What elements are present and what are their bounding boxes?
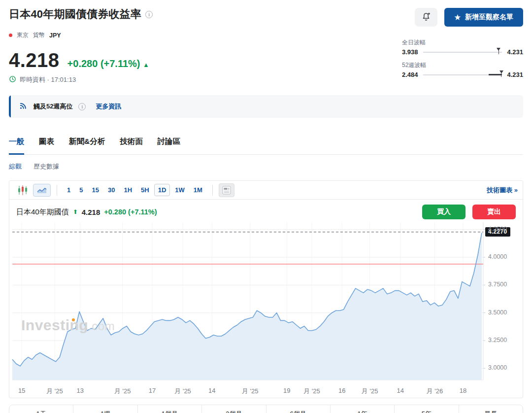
toolbar-separator [212,185,213,196]
x-axis-label: 14 [397,387,404,394]
perf-label: 5年 [395,410,458,413]
perf-label: 最長 [459,410,523,413]
sell-button[interactable]: 賣出 [472,205,516,219]
chart-up-arrow-icon: ⬆ [73,208,78,215]
info-icon[interactable]: i [78,103,86,110]
performance-table: 1天+7.11%1週+9.53%1個月+13.60%3個月+22.62%6個月+… [9,405,523,413]
y-axis-label: 3.5000 [488,309,507,316]
page-title: 日本40年期國債債券收益率 [9,7,141,22]
interval-15[interactable]: 15 [88,184,102,196]
instrument-page: 日本40年期國債債券收益率 i ★ 新增至觀察名單 東京 貨幣 JPY 4.21… [0,0,532,413]
x-axis-label: 19 [283,387,290,394]
clock-icon [9,75,16,84]
perf-period-1週[interactable]: 1週+9.53% [73,405,137,413]
day-range-marker [497,48,500,51]
subtab-綜觀[interactable]: 綜觀 [9,162,22,171]
x-axis-label: 月 '25 [303,387,320,396]
main-tabs: 一般圖表新聞&分析技術面討論區 [9,137,523,155]
perf-period-最長[interactable]: 最長+69.06% [459,405,523,413]
perf-period-6個月[interactable]: 6個月+25.57% [266,405,330,413]
perf-label: 1個月 [138,410,201,413]
chart-change: +0.280 (+7.11%) [104,208,157,216]
perf-label: 6個月 [266,410,330,413]
currency-caption: 貨幣 [33,31,45,39]
x-axis-label: 13 [76,387,83,394]
week52-range-track [423,74,502,75]
exchange-label: 東京 [17,31,29,39]
week52-range: 2.484 4.231 [402,71,523,78]
y-axis-label: 4.2500 [488,226,507,233]
day-range-label: 全日波幅 [402,38,523,47]
x-axis-label: 16 [338,387,345,394]
perf-label: 3個月 [202,410,266,413]
perf-period-3個月[interactable]: 3個月+22.62% [201,405,266,413]
currency-value: JPY [49,32,61,39]
tab-圖表[interactable]: 圖表 [39,137,54,154]
y-axis-label: 4.0000 [488,253,507,260]
interval-1M[interactable]: 1M [190,184,206,196]
interval-30[interactable]: 30 [104,184,119,196]
price-chart [9,222,523,385]
perf-label: 1年 [331,410,394,413]
x-axis-label: 月 '26 [427,387,443,396]
x-axis-label: 月 '25 [114,387,131,396]
create-alert-button[interactable] [415,8,437,27]
x-axis-label: 17 [149,387,156,394]
perf-period-1天[interactable]: 1天+7.11% [9,405,73,413]
tab-技術面[interactable]: 技術面 [120,137,143,154]
chart-price: 4.218 [82,208,100,216]
week52-range-marker [499,70,503,73]
more-info-link[interactable]: 更多資訊 [96,102,121,111]
tab-一般[interactable]: 一般 [9,137,24,155]
x-axis-label: 月 '25 [46,387,63,396]
week52-range-label: 52週波幅 [402,61,523,69]
candlestick-chart-icon[interactable] [14,183,31,197]
perf-period-5年[interactable]: 5年+516.67% [394,405,458,413]
day-range-track [423,52,502,53]
chart-canvas[interactable]: Investing.com 4.2270 4.25004.00003.75003… [9,222,523,385]
news-layout-icon[interactable] [219,183,234,197]
watermark-dot [72,318,75,321]
market-status-dot [9,34,12,37]
alert-banner: 觸及52週高位 i 更多資訊 [9,95,523,118]
subtab-歷史數據[interactable]: 歷史數據 [33,162,59,171]
toolbar-separator [57,185,57,196]
alert-banner-text: 觸及52週高位 [33,102,72,111]
add-to-watchlist-button[interactable]: ★ 新增至觀察名單 [444,8,523,27]
week52-range-high: 4.231 [507,71,523,78]
tab-討論區[interactable]: 討論區 [158,137,181,154]
x-axis-label: 月 '25 [174,387,191,396]
perf-period-1個月[interactable]: 1個月+13.60% [137,405,201,413]
y-axis-label: 3.7500 [488,281,507,288]
chart-instrument-name: 日本40年期國債 [16,207,69,217]
day-range: 3.938 4.231 [402,48,523,56]
buy-button[interactable]: 買入 [422,205,466,219]
up-arrow-icon: ▲ [143,61,149,69]
x-axis-label: 月 '25 [362,387,378,396]
interval-5[interactable]: 5 [75,184,87,196]
chart-header: 日本40年期國債 ⬆ 4.218 +0.280 (+7.11%) 買入 賣出 [9,200,523,222]
technical-chart-link[interactable]: 技術圖表 » [487,186,518,195]
chart-toolbar: 1515301H5H1D1W1M 技術圖表 » [9,181,523,200]
area-chart-icon[interactable] [33,184,51,197]
tab-新聞&分析[interactable]: 新聞&分析 [69,137,105,154]
x-axis-label: 18 [460,387,466,394]
star-icon: ★ [454,13,461,21]
realtime-status-text: 即時資料 · 17:01:13 [20,75,76,84]
perf-label: 1天 [9,410,73,413]
interval-5H[interactable]: 5H [137,184,153,196]
perf-period-1年[interactable]: 1年+62.42% [330,405,394,413]
week52-range-low: 2.484 [402,71,418,78]
interval-1H[interactable]: 1H [120,184,136,196]
chart-x-axis: 15月 '2513月 '2517月 '2514月 '2519月 '2516月 '… [9,385,523,398]
interval-1D[interactable]: 1D [154,184,170,196]
x-axis-label: 15 [18,387,25,394]
last-price: 4.218 [9,49,60,71]
info-icon[interactable]: i [145,11,153,18]
range-panel: 全日波幅 3.938 4.231 52週波幅 2.484 4.231 [402,38,523,84]
price-change: +0.280 (+7.11%) ▲ [67,58,149,69]
chart-card: 1515301H5H1D1W1M 技術圖表 » 日本40年期國債 ⬆ 4.218… [9,180,523,398]
interval-1W[interactable]: 1W [171,184,189,196]
interval-1[interactable]: 1 [63,184,74,196]
y-axis-label: 3.0000 [488,364,507,371]
